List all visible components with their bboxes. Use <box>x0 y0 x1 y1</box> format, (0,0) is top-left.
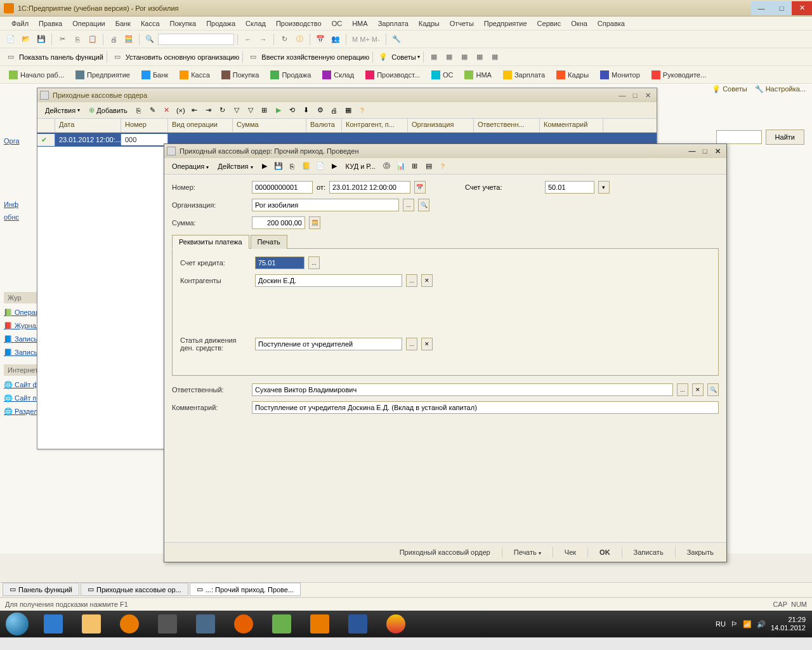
list-post-icon[interactable]: ▶ <box>272 104 285 117</box>
col-currency[interactable]: Валюта <box>306 119 342 132</box>
taskbar-wmp[interactable] <box>111 612 148 636</box>
taskbar-explorer[interactable] <box>73 612 110 636</box>
org-input[interactable] <box>252 199 399 211</box>
responsible-select-button[interactable]: ... <box>677 383 688 396</box>
calc-icon[interactable]: 🧮 <box>122 32 136 46</box>
back-icon[interactable]: ← <box>241 32 255 46</box>
sum-input[interactable] <box>252 216 305 229</box>
menu-sale[interactable]: Продажа <box>201 18 240 29</box>
grid4-icon[interactable]: ▦ <box>473 50 487 64</box>
col-contragent[interactable]: Контрагент, п... <box>342 119 408 132</box>
list-mark-icon[interactable]: (×) <box>174 104 187 117</box>
find-input[interactable] <box>716 130 762 144</box>
taskbar-chrome[interactable] <box>377 612 414 636</box>
wrench-icon[interactable]: 🔧 <box>390 32 403 46</box>
col-number[interactable]: Номер <box>121 119 168 132</box>
grid5-icon[interactable]: ▦ <box>488 50 502 64</box>
taskbar-msn[interactable] <box>263 612 300 636</box>
tab-production[interactable]: Производст... <box>360 69 425 81</box>
doc-struct-icon[interactable]: ▶ <box>328 160 341 173</box>
forward-icon[interactable]: → <box>256 32 270 46</box>
list-unpost-icon[interactable]: ⟲ <box>286 104 299 117</box>
taskbar-1c[interactable] <box>301 612 338 636</box>
acct-dropdown-button[interactable]: ▾ <box>598 181 610 194</box>
col-comment[interactable]: Комментарий <box>540 119 603 132</box>
refresh-icon[interactable]: ↻ <box>277 32 291 46</box>
foot-doc-name[interactable]: Приходный кассовый ордер <box>393 547 497 558</box>
new-icon[interactable]: 📄 <box>4 32 18 46</box>
close-window-button[interactable]: ✕ <box>792 1 812 15</box>
menu-bank[interactable]: Банк <box>110 18 136 29</box>
show-panel-button[interactable]: Показать панель функций <box>19 53 103 61</box>
list-grid-icon[interactable]: ▦ <box>342 104 355 117</box>
org-select-button[interactable]: ... <box>403 199 414 211</box>
date-input[interactable] <box>329 181 410 194</box>
list-settings-icon[interactable]: ⚙ <box>314 104 327 117</box>
list-minimize-button[interactable]: — <box>616 91 629 99</box>
doc-journal-icon[interactable]: 📒 <box>300 160 313 173</box>
menu-windows[interactable]: Окна <box>566 18 593 29</box>
settings-link[interactable]: 🔧 Настройка... <box>755 85 806 93</box>
print-icon[interactable]: 🖨 <box>107 32 121 46</box>
doc-save-icon[interactable]: 💾 <box>272 160 285 173</box>
menu-purchase[interactable]: Покупка <box>165 18 202 29</box>
quick-search-input[interactable] <box>158 34 234 45</box>
doc-operation-button[interactable]: Операция ▾ <box>168 161 213 171</box>
tab-nma[interactable]: НМА <box>459 69 496 81</box>
menu-enterprise[interactable]: Предприятие <box>479 18 532 29</box>
find-button[interactable]: Найти <box>766 129 804 145</box>
calendar-icon[interactable]: 📅 <box>313 32 327 46</box>
set-org-button[interactable]: Установить основную организацию <box>126 53 240 61</box>
doc-post-icon[interactable]: ▶ <box>258 160 271 173</box>
list-edit-icon[interactable]: ✎ <box>147 104 159 117</box>
menu-reports[interactable]: Отчеты <box>445 18 479 29</box>
tips-link[interactable]: 💡 Советы <box>712 85 747 93</box>
tips-button[interactable]: Советы <box>391 53 416 61</box>
contragent-clear-button[interactable]: ✕ <box>421 274 433 287</box>
doc-help-icon[interactable]: ? <box>436 160 449 173</box>
responsible-clear-button[interactable]: ✕ <box>692 383 704 396</box>
grid3-icon[interactable]: ▦ <box>457 50 471 64</box>
doc-tree-icon[interactable]: ⊞ <box>409 160 421 173</box>
tab-hr[interactable]: Кадры <box>551 69 594 81</box>
foot-ok-button[interactable]: OK <box>593 547 617 558</box>
org-search-button[interactable]: 🔍 <box>418 199 429 211</box>
foot-save-button[interactable]: Записать <box>627 547 670 558</box>
menu-operations[interactable]: Операции <box>67 18 110 29</box>
list-copy-icon[interactable]: ⎘ <box>133 104 145 117</box>
taskbar-ie[interactable] <box>35 612 72 636</box>
doc-close-button[interactable]: ✕ <box>711 147 724 156</box>
tab-salary[interactable]: Зарплата <box>498 69 550 81</box>
mdi-tab-list[interactable]: ▭ Приходные кассовые ор... <box>81 583 188 596</box>
doc-kudir-button[interactable]: КУД и Р... <box>342 161 379 171</box>
taskbar-word[interactable] <box>339 612 376 636</box>
doc-report-icon[interactable]: 📊 <box>395 160 407 173</box>
maximize-button[interactable]: □ <box>771 1 792 15</box>
sum-calc-button[interactable]: 🧮 <box>309 216 320 229</box>
enter-op-button[interactable]: Ввести хозяйственную операцию <box>261 53 369 61</box>
foot-check-button[interactable]: Чек <box>558 547 582 558</box>
list-print-icon[interactable]: 🖨 <box>328 104 341 117</box>
doc-list-icon[interactable]: ▤ <box>422 160 435 173</box>
tips-icon[interactable]: 💡 <box>376 50 390 64</box>
menu-nma[interactable]: НМА <box>347 18 372 29</box>
enter-op-icon[interactable]: ▭ <box>246 50 260 64</box>
tab-print[interactable]: Печать <box>251 235 287 249</box>
tab-requisites[interactable]: Реквизиты платежа <box>172 235 249 249</box>
tab-start[interactable]: Начало раб... <box>4 69 69 81</box>
tab-os[interactable]: ОС <box>426 69 459 81</box>
foot-close-button[interactable]: Закрыть <box>681 547 720 558</box>
copy-icon[interactable]: ⎘ <box>70 32 84 46</box>
taskbar-firefox[interactable] <box>225 612 262 636</box>
panel-icon[interactable]: ▭ <box>4 50 18 64</box>
tab-manager[interactable]: Руководите... <box>646 69 711 81</box>
help-icon[interactable]: ⓘ <box>292 32 306 46</box>
col-date[interactable]: Дата <box>55 119 121 132</box>
tray-lang[interactable]: RU <box>716 620 726 628</box>
search-icon[interactable]: 🔍 <box>143 32 157 46</box>
tab-warehouse[interactable]: Склад <box>317 69 359 81</box>
cut-icon[interactable]: ✂ <box>55 32 69 46</box>
list-filter-icon[interactable]: ▽ <box>230 104 243 117</box>
menu-os[interactable]: ОС <box>327 18 348 29</box>
org-icon[interactable]: ▭ <box>110 50 124 64</box>
